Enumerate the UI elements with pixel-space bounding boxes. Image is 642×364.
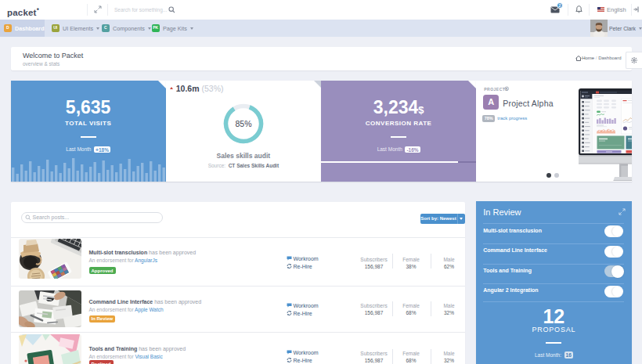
svg-text:85%: 85% bbox=[235, 119, 251, 128]
